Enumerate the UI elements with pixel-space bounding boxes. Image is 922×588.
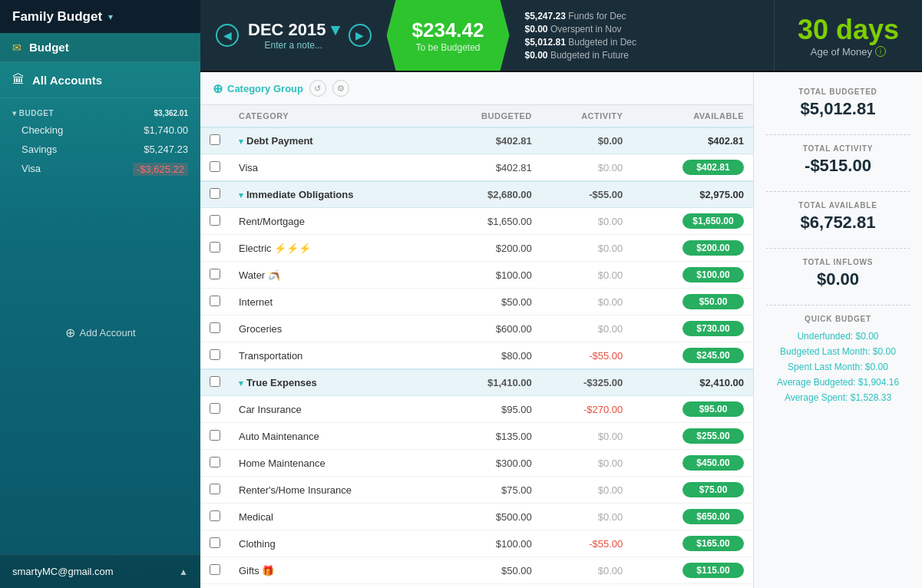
table-row[interactable]: Auto Maintenance $135.00 $0.00 $255.00 [200, 423, 753, 450]
table-row[interactable]: Groceries $600.00 $0.00 $730.00 [200, 315, 753, 342]
total-inflows-title: TOTAL INFLOWS [766, 258, 910, 266]
item-budgeted[interactable]: $300.00 [437, 450, 541, 477]
item-budgeted[interactable]: $95.00 [437, 396, 541, 423]
group-name: Debt Payment [246, 135, 313, 147]
table-row[interactable]: Renter's/Home Insurance $75.00 $0.00 $75… [200, 477, 753, 504]
settings-icon[interactable]: ⚙ [332, 80, 349, 97]
table-row[interactable]: Car Insurance $95.00 -$270.00 $95.00 [200, 396, 753, 423]
table-row[interactable]: Home Maintenance $300.00 $0.00 $450.00 [200, 450, 753, 477]
available-pill: $75.00 [682, 482, 744, 497]
table-row[interactable]: Clothing $100.00 -$55.00 $165.00 [200, 530, 753, 557]
group-budgeted[interactable]: $1,410.00 [437, 369, 541, 396]
item-checkbox[interactable] [210, 430, 220, 441]
group-checkbox[interactable] [210, 134, 220, 145]
item-checkbox-cell[interactable] [200, 584, 230, 589]
table-row[interactable]: Electric ⚡⚡⚡ $200.00 $0.00 $200.00 [200, 235, 753, 262]
item-checkbox[interactable] [210, 564, 220, 575]
table-row[interactable]: Rent/Mortgage $1,650.00 $0.00 $1,650.00 [200, 208, 753, 235]
group-checkbox[interactable] [210, 376, 220, 387]
item-checkbox[interactable] [210, 457, 220, 467]
table-row[interactable]: Medical $500.00 $0.00 $650.00 [200, 504, 753, 530]
item-budgeted[interactable]: $50.00 [437, 289, 541, 315]
item-budgeted[interactable]: $100.00 [437, 584, 541, 589]
item-checkbox-cell[interactable] [200, 262, 230, 289]
table-row[interactable]: Transportation $80.00 -$55.00 $245.00 [200, 342, 753, 370]
item-budgeted[interactable]: $80.00 [437, 342, 541, 370]
group-checkbox-cell[interactable] [200, 127, 230, 154]
item-checkbox-cell[interactable] [200, 315, 230, 342]
item-budgeted[interactable]: $50.00 [437, 557, 541, 584]
next-month-button[interactable]: ▶ [349, 24, 372, 47]
item-checkbox[interactable] [210, 242, 220, 253]
item-checkbox-cell[interactable] [200, 289, 230, 315]
item-budgeted[interactable]: $100.00 [437, 530, 541, 557]
category-group-label: Category Group [227, 83, 303, 94]
item-checkbox-cell[interactable] [200, 557, 230, 584]
item-checkbox[interactable] [210, 510, 220, 521]
sidebar-account-item[interactable]: Savings$5,247.23 [0, 140, 200, 159]
sidebar-account-item[interactable]: Checking$1,740.00 [0, 121, 200, 140]
quick-budget-item[interactable]: Average Spent: $1,528.33 [766, 392, 910, 403]
table-row[interactable]: Gifts 🎁 $50.00 $0.00 $115.00 [200, 557, 753, 584]
quick-budget-item[interactable]: Budgeted Last Month: $0.00 [766, 346, 910, 357]
add-category-group-button[interactable]: ⊕ Category Group [213, 81, 303, 96]
item-budgeted[interactable]: $135.00 [437, 423, 541, 450]
quick-budget-item[interactable]: Average Budgeted: $1,904.16 [766, 377, 910, 388]
item-checkbox-cell[interactable] [200, 450, 230, 477]
total-budgeted-title: TOTAL BUDGETED [766, 88, 910, 96]
table-group-row[interactable]: ▾Immediate Obligations $2,680.00 -$55.00… [200, 181, 753, 208]
item-checkbox-cell[interactable] [200, 477, 230, 504]
item-checkbox-cell[interactable] [200, 208, 230, 235]
group-chevron-icon: ▾ [239, 378, 243, 388]
group-checkbox-cell[interactable] [200, 369, 230, 396]
item-checkbox[interactable] [210, 296, 220, 306]
item-budgeted[interactable]: $500.00 [437, 504, 541, 530]
quick-budget-item[interactable]: Spent Last Month: $0.00 [766, 362, 910, 372]
table-group-row[interactable]: ▾Debt Payment $402.81 $0.00 $402.81 [200, 127, 753, 154]
item-checkbox-cell[interactable] [200, 235, 230, 262]
group-budgeted[interactable]: $2,680.00 [437, 181, 541, 208]
sidebar-account-item[interactable]: Visa-$3,625.22 [0, 159, 200, 180]
item-budgeted[interactable]: $100.00 [437, 262, 541, 289]
item-checkbox[interactable] [210, 403, 220, 414]
note-placeholder[interactable]: Enter a note... [248, 40, 339, 51]
info-icon[interactable]: i [875, 46, 886, 57]
item-checkbox[interactable] [210, 537, 220, 548]
prev-month-button[interactable]: ◀ [216, 24, 239, 47]
item-budgeted[interactable]: $75.00 [437, 477, 541, 504]
item-budgeted[interactable]: $600.00 [437, 315, 541, 342]
item-checkbox-cell[interactable] [200, 530, 230, 557]
sidebar-all-accounts[interactable]: 🏛 All Accounts [0, 62, 200, 98]
right-panel: TOTAL BUDGETED $5,012.81 TOTAL ACTIVITY … [753, 72, 922, 588]
item-checkbox[interactable] [210, 322, 220, 333]
total-activity-title: TOTAL ACTIVITY [766, 144, 910, 153]
item-checkbox[interactable] [210, 161, 220, 172]
item-budgeted[interactable]: $402.81 [437, 154, 541, 182]
item-checkbox-cell[interactable] [200, 504, 230, 530]
group-name-cell: ▾Debt Payment [230, 127, 437, 154]
add-account-button[interactable]: ⊕ Add Account [53, 321, 148, 345]
item-checkbox[interactable] [210, 269, 220, 279]
table-row[interactable]: Water 🪃 $100.00 $0.00 $100.00 [200, 262, 753, 289]
item-activity: $0.00 [541, 584, 632, 589]
item-checkbox[interactable] [210, 349, 220, 360]
item-checkbox-cell[interactable] [200, 154, 230, 182]
quick-budget-item[interactable]: Underfunded: $0.00 [766, 331, 910, 342]
item-budgeted[interactable]: $200.00 [437, 235, 541, 262]
group-checkbox-cell[interactable] [200, 181, 230, 208]
table-row[interactable]: Internet $50.00 $0.00 $50.00 [200, 289, 753, 315]
group-budgeted[interactable]: $402.81 [437, 127, 541, 154]
group-checkbox[interactable] [210, 188, 220, 199]
table-group-row[interactable]: ▾True Expenses $1,410.00 -$325.00 $2,410… [200, 369, 753, 396]
item-checkbox[interactable] [210, 215, 220, 226]
sidebar-budget-nav[interactable]: ✉ Budget [0, 33, 200, 62]
stat-label: Budgeted in Dec [568, 37, 636, 48]
item-budgeted[interactable]: $1,650.00 [437, 208, 541, 235]
item-checkbox-cell[interactable] [200, 396, 230, 423]
item-checkbox-cell[interactable] [200, 423, 230, 450]
item-checkbox[interactable] [210, 484, 220, 494]
table-row[interactable]: Visa $402.81 $0.00 $402.81 [200, 154, 753, 182]
refresh-icon[interactable]: ↺ [309, 80, 326, 97]
table-row[interactable]: Giving $100.00 $0.00 $250.00 [200, 584, 753, 589]
item-checkbox-cell[interactable] [200, 342, 230, 370]
